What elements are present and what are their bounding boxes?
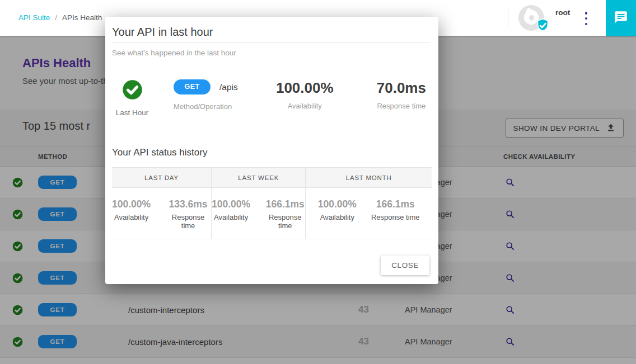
availability-value: 100.00% bbox=[212, 198, 250, 210]
history-cell-last-month: 100.00% Availability 166.1ms Response ti… bbox=[305, 188, 432, 239]
response-value: 166.1ms bbox=[265, 198, 305, 210]
status-history-section: Your API status history LAST DAY LAST WE… bbox=[105, 147, 438, 239]
operation-path: /apis bbox=[219, 82, 238, 92]
status-ok-icon bbox=[122, 92, 143, 102]
breadcrumb-link-api-suite[interactable]: API Suite bbox=[18, 13, 50, 22]
chat-message-icon bbox=[614, 10, 628, 27]
stat-pair: 100.00% Availability bbox=[212, 198, 250, 230]
user-name: root bbox=[555, 8, 570, 17]
dialog-header: Your API in last hour See what's happene… bbox=[105, 17, 438, 57]
stat-pair: 100.00% Availability bbox=[318, 198, 357, 230]
response-label: Response time bbox=[371, 213, 420, 221]
history-header-last-day: LAST DAY bbox=[112, 168, 211, 188]
breadcrumb-separator: / bbox=[55, 13, 57, 22]
availability-label: Availability bbox=[112, 213, 151, 221]
dialog-subtitle: See what's happened in the last hour bbox=[112, 49, 431, 57]
response-label: Response time bbox=[165, 213, 211, 230]
dialog-title: Your API in last hour bbox=[112, 26, 431, 39]
stat-pair: 166.1ms Response time bbox=[371, 198, 420, 230]
response-time-stat: 70.0ms Response time bbox=[364, 79, 438, 110]
history-cell-last-day: 100.00% Availability 133.6ms Response ti… bbox=[112, 188, 211, 239]
history-cell-last-week: 100.00% Availability 166.1ms Response ti… bbox=[211, 188, 305, 239]
availability-value: 100.00% bbox=[270, 79, 339, 97]
availability-value: 100.00% bbox=[112, 198, 151, 210]
history-header-last-week: LAST WEEK bbox=[211, 168, 305, 188]
breadcrumb-current: APIs Health bbox=[62, 13, 102, 22]
status-history-table: LAST DAY LAST WEEK LAST MONTH 100.00% Av… bbox=[112, 167, 432, 239]
history-header-last-month: LAST MONTH bbox=[305, 168, 432, 188]
last-hour-stats: Last Hour GET/apis Method/Operation 100.… bbox=[105, 79, 438, 117]
api-last-hour-dialog: Your API in last hour See what's happene… bbox=[105, 17, 438, 284]
last-hour-status: Last Hour bbox=[113, 79, 151, 117]
status-history-title: Your API status history bbox=[112, 147, 432, 158]
stat-pair: 100.00% Availability bbox=[112, 198, 151, 230]
availability-label: Availability bbox=[212, 213, 250, 221]
chat-panel-button[interactable] bbox=[606, 0, 636, 36]
divider bbox=[508, 7, 508, 29]
availability-stat: 100.00% Availability bbox=[270, 79, 339, 110]
stat-pair: 166.1ms Response time bbox=[265, 198, 305, 230]
response-value: 166.1ms bbox=[371, 198, 420, 210]
last-hour-label: Last Hour bbox=[113, 108, 151, 117]
method-operation-label: Method/Operation bbox=[174, 102, 263, 111]
availability-value: 100.00% bbox=[318, 198, 357, 210]
kebab-menu-icon[interactable] bbox=[582, 12, 590, 25]
response-label: Response time bbox=[265, 213, 305, 230]
divider bbox=[112, 42, 431, 43]
breadcrumb: API Suite/APIs Health bbox=[18, 13, 102, 22]
stat-pair: 133.6ms Response time bbox=[165, 198, 211, 230]
availability-label: Availability bbox=[318, 213, 357, 221]
verified-shield-icon bbox=[535, 18, 550, 33]
availability-label: Availability bbox=[270, 102, 339, 110]
response-value: 133.6ms bbox=[165, 198, 211, 210]
method-operation: GET/apis Method/Operation bbox=[174, 79, 263, 111]
method-get-badge: GET bbox=[174, 79, 211, 94]
response-time-label: Response time bbox=[364, 102, 438, 110]
close-button[interactable]: CLOSE bbox=[381, 256, 429, 275]
response-time-value: 70.0ms bbox=[364, 79, 438, 97]
